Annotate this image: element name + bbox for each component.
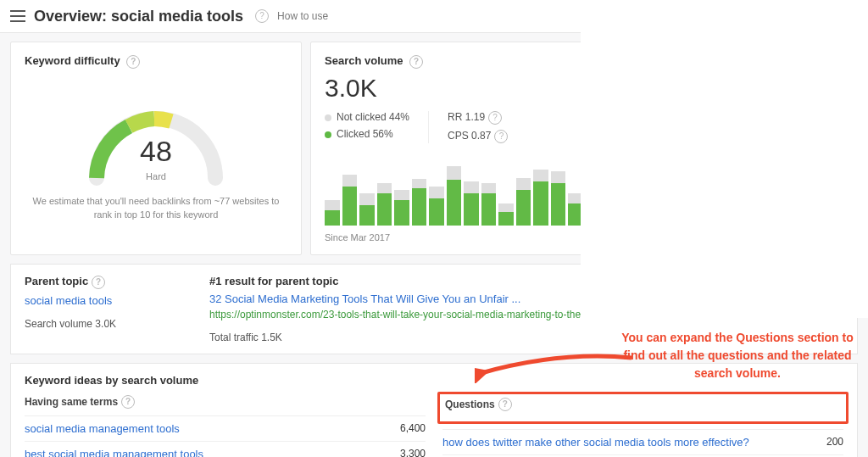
page-title: Overview: social media tools xyxy=(34,8,243,25)
info-icon[interactable]: ? xyxy=(409,55,423,69)
keyword-volume: 6,400 xyxy=(400,422,426,434)
keyword-link[interactable]: best social media management tools xyxy=(25,448,203,457)
list-item: best social media management tools3,300 xyxy=(25,441,426,457)
keyword-volume: 200 xyxy=(826,436,843,448)
info-icon[interactable]: ? xyxy=(498,398,512,411)
questions-heading: Questions xyxy=(445,398,495,410)
kd-score: 48 xyxy=(80,135,232,168)
list-item: social media management tools6,400 xyxy=(25,415,426,441)
info-icon[interactable]: ? xyxy=(494,130,508,143)
info-icon[interactable]: ? xyxy=(126,55,140,69)
kd-label: Hard xyxy=(80,171,232,181)
sv-heading: Search volume xyxy=(325,54,403,67)
sv-clicked: Clicked 56% xyxy=(325,128,409,140)
sv-rr: RR 1.19? xyxy=(448,111,508,125)
kd-heading: Keyword difficulty xyxy=(25,54,120,67)
info-icon[interactable]: ? xyxy=(92,276,105,289)
keyword-difficulty-card: Keyword difficulty ? 48 Hard We estimate… xyxy=(10,42,302,255)
serp-result-title[interactable]: 32 Social Media Marketing Tools That Wil… xyxy=(209,293,520,305)
keyword-link[interactable]: social media management tools xyxy=(25,422,180,435)
sv-cps: CPS 0.87? xyxy=(448,130,508,143)
annotation-arrow-icon xyxy=(475,349,636,383)
help-icon[interactable]: ? xyxy=(255,9,269,23)
keyword-volume: 3,300 xyxy=(400,448,426,457)
parent-topic-heading: Parent topic xyxy=(25,275,88,287)
kd-note: We estimate that you'll need backlinks f… xyxy=(25,195,287,222)
info-icon[interactable]: ? xyxy=(121,395,135,409)
parent-topic-link[interactable]: social media tools xyxy=(25,294,112,307)
questions-column: Questions? how does twitter make other s… xyxy=(442,395,843,457)
kd-gauge: 48 Hard xyxy=(80,93,232,187)
menu-icon[interactable] xyxy=(10,10,25,22)
same-terms-heading: Having same terms xyxy=(25,396,118,408)
questions-highlight-box: Questions? xyxy=(437,392,849,424)
serp-result-url: https://optinmonster.com/23-tools-that-w… xyxy=(209,309,607,320)
same-terms-column: Having same terms? social media manageme… xyxy=(25,395,426,457)
annotation-text: You can expand the Questions section to … xyxy=(619,329,856,382)
how-to-use-link[interactable]: How to use xyxy=(277,10,328,22)
parent-topic-sv: Search volume 3.0K xyxy=(25,318,182,330)
keyword-link[interactable]: how does twitter make other social media… xyxy=(442,436,749,449)
list-item: how does twitter make other social media… xyxy=(442,429,843,454)
sv-not-clicked: Not clicked 44% xyxy=(325,111,409,123)
info-icon[interactable]: ? xyxy=(488,111,502,125)
crop-mask xyxy=(581,0,868,318)
